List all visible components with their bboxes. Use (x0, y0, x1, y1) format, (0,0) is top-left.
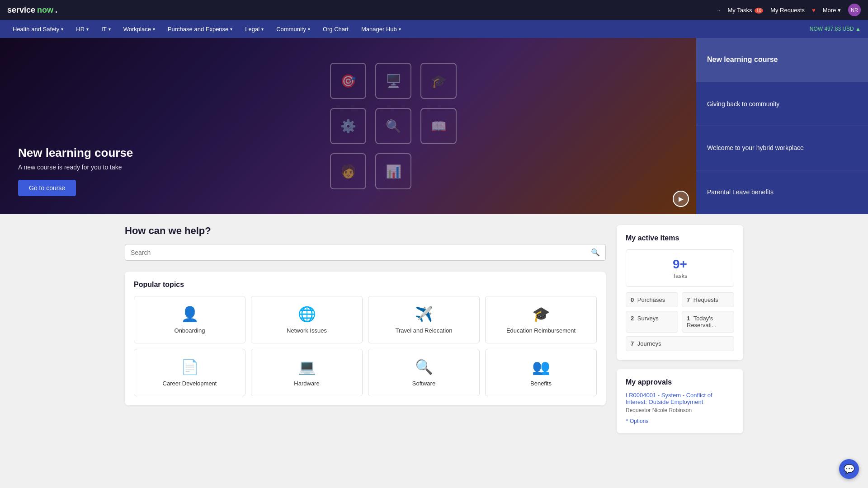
options-link[interactable]: ^ Options (626, 418, 648, 424)
chevron-down-icon: ▾ (399, 27, 401, 32)
topic-career-development[interactable]: 📄 Career Development (134, 349, 245, 396)
stat-requests[interactable]: 7 Requests (682, 292, 734, 307)
purchases-count: 0 (631, 296, 634, 303)
hero-slides-panel: New learning course Giving back to commu… (696, 38, 868, 214)
approval-link[interactable]: LR0004001 - System - Conflict of Interes… (626, 392, 734, 405)
sidebar: My active items 9+ Tasks 0 Purchases 7 R… (617, 225, 743, 433)
stat-reservations[interactable]: 1 Today's Reservati... (682, 311, 734, 333)
reservations-label: Today's Reservati... (687, 315, 717, 328)
benefits-icon: 👥 (532, 358, 550, 375)
search-icon: 🔍 (591, 248, 600, 257)
my-requests[interactable]: My Requests (770, 7, 805, 14)
nav-manager-hub[interactable]: Manager Hub ▾ (356, 22, 406, 36)
purchases-label: Purchases (637, 296, 665, 303)
heart-icon: ♥ (812, 7, 816, 14)
search-input[interactable] (131, 249, 591, 256)
logo-dot: . (55, 5, 57, 15)
hero-banner: 🎯 🖥️ 🎓 ⚙️ 🔍 📖 🧑 📊 New learning course A … (0, 38, 696, 214)
approvals-title: My approvals (626, 378, 734, 386)
chevron-down-icon: ▾ (153, 27, 155, 32)
main-content: How can we help? 🔍 Popular topics 👤 Onbo… (118, 214, 750, 444)
nav-hr[interactable]: HR ▾ (71, 22, 94, 36)
topic-hardware[interactable]: 💻 Hardware (251, 349, 363, 396)
icon-book: 📖 (420, 108, 457, 144)
icon-search: 🔍 (375, 108, 411, 144)
topic-onboarding[interactable]: 👤 Onboarding (134, 296, 245, 343)
requests-count: 7 (687, 296, 690, 303)
hero-subtitle: A new course is ready for you to take (18, 164, 678, 171)
topic-travel-relocation[interactable]: ✈️ Travel and Relocation (368, 296, 480, 343)
education-icon: 🎓 (532, 305, 550, 323)
popular-topics-section: Popular topics 👤 Onboarding 🌐 Network Is… (125, 272, 606, 405)
balance-display: NOW 497.83 USD ▲ (810, 26, 861, 32)
logo-service: service (7, 5, 35, 15)
tasks-number: 9+ (633, 257, 726, 272)
chevron-down-icon: ▾ (108, 27, 111, 32)
travel-icon: ✈️ (415, 305, 433, 323)
onboarding-icon: 👤 (181, 305, 199, 323)
topic-benefits-label: Benefits (530, 380, 552, 387)
journeys-count: 7 (631, 340, 634, 347)
journeys-label: Journeys (637, 340, 661, 347)
nav-health-safety[interactable]: Health and Safety ▾ (7, 22, 69, 36)
hero-content: New learning course A new course is read… (18, 146, 678, 196)
reservations-count: 1 (687, 315, 690, 322)
surveys-count: 2 (631, 315, 634, 322)
stats-grid: 0 Purchases 7 Requests 2 Surveys 1 Today… (626, 292, 734, 351)
topic-software-label: Software (412, 380, 435, 387)
nav-legal[interactable]: Legal ▾ (240, 22, 269, 36)
nav-purchase-expense[interactable]: Purchase and Expense ▾ (162, 22, 238, 36)
network-icon: 🌐 (298, 305, 316, 323)
balance-arrow-icon: ▲ (855, 26, 861, 32)
my-tasks[interactable]: My Tasks 10 (727, 7, 763, 14)
icon-target: 🎯 (330, 63, 366, 99)
tasks-badge: 10 (755, 8, 763, 14)
hero-slide-3[interactable]: Welcome to your hybrid workplace (696, 126, 868, 170)
topic-career-label: Career Development (163, 380, 217, 387)
hero-title: New learning course (18, 146, 678, 160)
icon-gears: ⚙️ (330, 108, 366, 144)
hero-section: 🎯 🖥️ 🎓 ⚙️ 🔍 📖 🧑 📊 New learning course A … (0, 38, 868, 214)
nav-org-chart[interactable]: Org Chart (317, 22, 354, 36)
chevron-down-icon: ▾ (86, 27, 89, 32)
logo[interactable]: servicenow. (7, 5, 57, 15)
help-title: How can we help? (125, 225, 606, 237)
tasks-count-box[interactable]: 9+ Tasks (626, 249, 734, 287)
chevron-down-icon: ▾ (308, 27, 310, 32)
stat-purchases[interactable]: 0 Purchases (626, 292, 678, 307)
topic-software[interactable]: 🔍 Software (368, 349, 480, 396)
topic-benefits[interactable]: 👥 Benefits (485, 349, 597, 396)
topic-travel-label: Travel and Relocation (396, 327, 453, 334)
topic-network-issues[interactable]: 🌐 Network Issues (251, 296, 363, 343)
stat-surveys[interactable]: 2 Surveys (626, 311, 678, 333)
hero-slide-1[interactable]: New learning course (696, 38, 868, 82)
hero-slide-4[interactable]: Parental Leave benefits (696, 170, 868, 215)
more-menu[interactable]: More ▾ (823, 7, 841, 14)
requests-label: Requests (693, 296, 718, 303)
software-icon: 🔍 (415, 358, 433, 375)
icon-monitor: 🖥️ (375, 63, 411, 99)
topics-grid: 👤 Onboarding 🌐 Network Issues ✈️ Travel … (134, 296, 597, 396)
chevron-down-icon: ▾ (261, 27, 264, 32)
sec-nav-items: Health and Safety ▾ HR ▾ IT ▾ Workplace … (7, 22, 406, 36)
nav-community[interactable]: Community ▾ (271, 22, 316, 36)
career-icon: 📄 (181, 358, 199, 375)
nav-it[interactable]: IT ▾ (96, 22, 116, 36)
stat-journeys[interactable]: 7 Journeys (626, 336, 734, 351)
search-box[interactable]: 🔍 (125, 244, 606, 261)
nav-dots: ·· (717, 7, 720, 14)
go-to-course-button[interactable]: Go to course (18, 180, 76, 196)
hardware-icon: 💻 (298, 358, 316, 375)
tasks-label: Tasks (633, 272, 726, 279)
avatar[interactable]: NR (848, 4, 861, 16)
hero-slide-2[interactable]: Giving back to community (696, 82, 868, 127)
play-button[interactable]: ▶ (673, 191, 689, 207)
top-nav-right: ·· My Tasks 10 My Requests ♥ More ▾ NR (717, 4, 861, 16)
logo-now: now (37, 5, 53, 15)
topic-network-label: Network Issues (287, 327, 327, 334)
topic-onboarding-label: Onboarding (175, 327, 205, 334)
logo-area: servicenow. (7, 5, 57, 15)
topic-education-reimbursement[interactable]: 🎓 Education Reimbursement (485, 296, 597, 343)
nav-workplace[interactable]: Workplace ▾ (118, 22, 160, 36)
approval-requester: Requestor Nicole Robinson (626, 407, 734, 413)
